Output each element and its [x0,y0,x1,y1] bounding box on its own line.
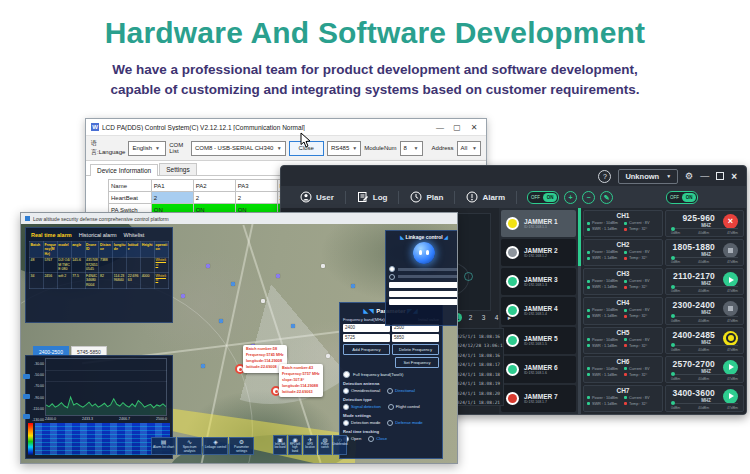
radio-icon[interactable] [389,266,395,272]
map-tool-linkage-control[interactable]: ◈Linkage control [203,437,228,455]
power-slider[interactable] [671,228,738,229]
whitelist-link[interactable]: Whitelist [156,258,167,267]
radio-icon[interactable] [387,388,393,394]
radio-icon[interactable] [343,420,349,426]
map-edge-button[interactable] [23,394,30,399]
power-slider[interactable] [671,403,738,404]
page-button[interactable]: ▸ [505,313,514,322]
tab-settings[interactable]: Settings [159,163,197,175]
frequency-input[interactable]: 5725 [343,334,390,342]
option-directional[interactable]: Directional [387,388,415,394]
checkbox-icon[interactable] [343,371,350,378]
radio-icon[interactable] [343,404,349,410]
close-icon[interactable]: ✕ [467,123,481,132]
channel-play-button[interactable] [723,360,738,375]
full-band-option[interactable]: Full frequency band(TwoG) [343,371,439,378]
option-defense-mode[interactable]: Defense mode [387,420,422,426]
linkage-option[interactable] [389,274,457,280]
add-icon[interactable]: + [564,191,577,204]
map-edge-button[interactable] [23,414,30,419]
map-tool-inter-wifi-low-band[interactable]: ▣Inter wifi low band [273,435,287,455]
linkage-option[interactable] [389,266,457,272]
minimize-icon[interactable]: — [700,172,709,181]
map-tool-undefended[interactable]: ◌Undefended [333,435,347,455]
map-body[interactable]: Real time alarmHistorical alarmWhitelist… [21,224,457,463]
channel-close-button[interactable]: × [723,214,738,229]
jammer-item[interactable]: JAMMER 7ID:192.168.1.7 [501,385,576,412]
master-toggle[interactable]: OFF ON [527,191,559,204]
maximize-icon[interactable]: ▢ [450,123,464,132]
com-port-select[interactable]: COM8 - USB-SERIAL CH340▼ [191,141,286,156]
alarm-tab[interactable]: Real time alarm [31,232,72,238]
linkage-input[interactable] [389,282,457,288]
edit-icon[interactable]: ✎ [600,191,613,204]
alarm-tab[interactable]: Historical alarm [79,232,117,238]
jammer-item[interactable]: JAMMER 1ID:192.168.1.1 [501,210,576,237]
channel-standby-button[interactable] [723,331,738,346]
slider-knob[interactable] [671,401,675,405]
protocol-select[interactable]: RS485▼ [327,141,361,156]
frequency-input[interactable]: 2400 [343,324,390,332]
add-frequency-button[interactable]: Add Frequency [343,344,390,355]
close-icon[interactable]: × [731,171,737,182]
slider-knob[interactable] [671,285,675,289]
radio-icon[interactable] [343,388,349,394]
address-select[interactable]: All▼ [457,141,481,156]
secondary-toggle[interactable]: OFF ON [666,191,698,204]
map-tool-gps-location[interactable]: ✈GPS location [303,435,317,455]
power-slider[interactable] [671,316,738,317]
language-select[interactable]: English▼ [128,141,166,156]
power-slider[interactable] [671,257,738,258]
tab-device-information[interactable]: Device Information [90,164,158,176]
radio-icon[interactable] [387,420,393,426]
page-button[interactable]: 4 [492,313,501,322]
jammer-item[interactable]: JAMMER 6ID:192.168.1.6 [501,356,576,383]
map-edge-button[interactable] [23,374,30,379]
page-button[interactable]: 3 [479,313,488,322]
menu-item-alarm[interactable]: Alarm [455,191,517,204]
linkage-input[interactable] [389,291,457,297]
jammer-item[interactable]: JAMMER 5ID:192.168.1.5 [501,327,576,354]
option-detection-mode[interactable]: Detection mode [343,420,380,426]
frequency-input[interactable]: 5850 [392,334,439,342]
map-tool-spectrum-analysis[interactable]: ∿Spectrum analysis [177,437,202,455]
jammer-scrollbar[interactable] [578,208,581,414]
menu-item-user[interactable]: User [289,191,346,204]
slider-knob[interactable] [671,372,675,376]
delete-frequency-button[interactable]: Delete Frequency [392,344,439,355]
detector-robot-icon[interactable] [413,242,435,264]
menu-item-plan[interactable]: Plan [399,191,455,204]
map-tool-rf5-wifi-high-band[interactable]: ◉RF5 wifi high band [288,435,302,455]
option-omnidirectional[interactable]: Omnidirectional [343,388,380,394]
radio-icon[interactable] [388,404,394,410]
module-num-select[interactable]: 8▼ [400,141,423,156]
power-slider[interactable] [671,345,738,346]
menu-item-log[interactable]: Log [346,191,400,204]
restore-icon[interactable] [716,172,724,180]
whitelist-link[interactable]: Whitelist [156,274,167,283]
help-icon[interactable]: ? [598,170,611,183]
slider-knob[interactable] [671,343,675,347]
minimize-icon[interactable]: — [433,123,447,132]
channel-play-button[interactable] [723,389,738,404]
alarm-tab[interactable]: Whitelist [124,232,145,238]
map-tool-power-switch[interactable]: ◍Power switch [318,435,332,455]
option-signal-detection[interactable]: Signal detection [343,404,381,410]
option-close[interactable]: Close [368,436,387,442]
jammer-item[interactable]: JAMMER 2ID:192.168.1.2 [501,239,576,266]
jammer-item[interactable]: JAMMER 3ID:192.168.1.3 [501,268,576,295]
option-flight-control[interactable]: Flight control [388,404,420,410]
account-dropdown[interactable]: Unknown ▼ [618,169,678,184]
remove-icon[interactable]: − [582,191,595,204]
slider-knob[interactable] [671,227,675,231]
linkage-input[interactable] [389,299,457,305]
power-slider[interactable] [671,374,738,375]
page-button[interactable]: 2 [466,313,475,322]
gear-icon[interactable]: ⚙ [685,172,693,181]
slider-knob[interactable] [671,314,675,318]
set-frequency-button[interactable]: Set Frequency [395,357,439,368]
scrollbar-thumb[interactable] [578,208,581,266]
radio-icon[interactable] [368,436,374,442]
power-slider[interactable] [671,286,738,287]
slider-knob[interactable] [671,256,675,260]
